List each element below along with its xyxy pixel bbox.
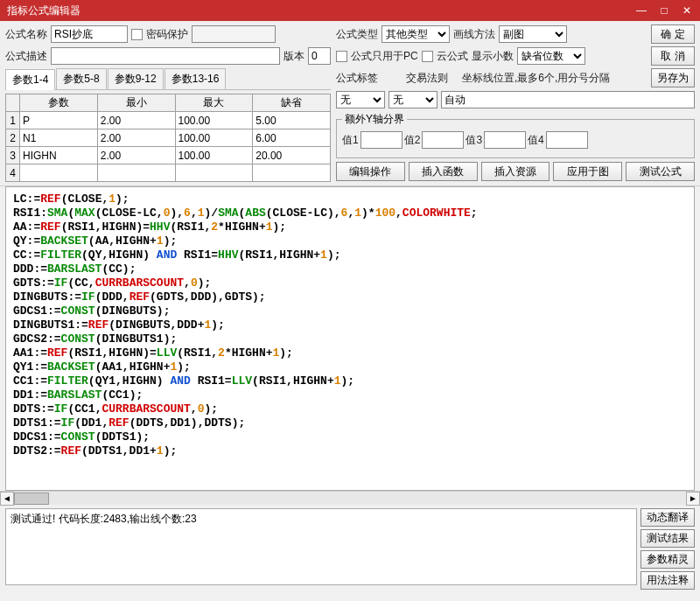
code-content: LC:=REF(CLOSE,1); RSI1:SMA(MAX(CLOSE-LC,…: [6, 187, 694, 464]
param-max-input[interactable]: [176, 147, 253, 164]
tag-select[interactable]: 无: [336, 91, 385, 108]
y3-input[interactable]: [484, 131, 526, 149]
lbl-v4: 值4: [528, 133, 544, 148]
col-def: 缺省: [253, 94, 331, 112]
axis-input[interactable]: [441, 91, 695, 108]
table-row: 3: [6, 147, 331, 164]
status-box: 测试通过! 代码长度:2483,输出线个数:23: [5, 508, 637, 585]
code-editor[interactable]: LC:=REF(CLOSE,1); RSI1:SMA(MAX(CLOSE-LC,…: [5, 186, 695, 491]
param-max-input[interactable]: [176, 129, 253, 146]
y4-input[interactable]: [546, 131, 588, 149]
tab-params-13-16[interactable]: 参数13-16: [164, 68, 227, 89]
param-tabs: 参数1-4 参数5-8 参数9-12 参数13-16: [5, 68, 331, 90]
lbl-draw: 画线方法: [453, 27, 495, 42]
h-scrollbar[interactable]: ◄ ►: [0, 491, 700, 505]
apply-button[interactable]: 应用于图: [553, 162, 622, 181]
saveas-button[interactable]: 另存为: [651, 68, 695, 87]
pwd-checkbox[interactable]: [131, 29, 143, 40]
lbl-v3: 值3: [466, 133, 482, 148]
param-max-input[interactable]: [176, 112, 253, 129]
pconly-checkbox[interactable]: [336, 51, 347, 62]
name-input[interactable]: [51, 25, 128, 43]
close-icon[interactable]: ✕: [676, 1, 698, 20]
scroll-thumb[interactable]: [14, 493, 49, 505]
maximize-icon[interactable]: □: [653, 1, 676, 20]
scroll-left-icon[interactable]: ◄: [0, 492, 14, 506]
lbl-tag: 公式标签: [336, 71, 378, 86]
param-min-input[interactable]: [98, 129, 175, 146]
lbl-axis: 坐标线位置,最多6个,用分号分隔: [462, 71, 610, 86]
insres-button[interactable]: 插入资源: [481, 162, 550, 181]
paramwiz-button[interactable]: 参数精灵: [640, 550, 695, 569]
lbl-pconly: 公式只用于PC: [351, 49, 418, 64]
testres-button[interactable]: 测试结果: [640, 529, 695, 548]
top-form: 公式名称 密码保护 公式描述 版本 参数1-4 参数5-8 参数9-12 参数1…: [0, 21, 700, 186]
param-def-input[interactable]: [253, 112, 330, 129]
col-min: 最小: [97, 94, 175, 112]
param-min-input[interactable]: [98, 164, 175, 181]
cancel-button[interactable]: 取 消: [651, 46, 695, 66]
test-button[interactable]: 测试公式: [626, 162, 695, 181]
param-min-input[interactable]: [98, 112, 175, 129]
lbl-type: 公式类型: [336, 27, 378, 42]
param-name-input[interactable]: [20, 129, 97, 146]
editop-button[interactable]: 编辑操作: [336, 162, 405, 181]
lbl-desc: 公式描述: [5, 49, 47, 64]
tab-params-5-8[interactable]: 参数5-8: [56, 68, 106, 89]
lbl-v2: 值2: [404, 133, 421, 148]
lbl-cloud: 云公式: [437, 49, 468, 64]
table-row: 1: [6, 112, 331, 129]
tab-params-9-12[interactable]: 参数9-12: [108, 68, 164, 89]
cloud-checkbox[interactable]: [422, 51, 433, 62]
ok-button[interactable]: 确 定: [651, 24, 695, 44]
type-select[interactable]: 其他类型: [382, 25, 450, 43]
y2-input[interactable]: [422, 131, 464, 149]
lbl-dec: 显示小数: [472, 49, 514, 64]
lbl-version: 版本: [284, 49, 304, 64]
lbl-pwd: 密码保护: [146, 27, 188, 42]
scroll-right-icon[interactable]: ►: [686, 492, 700, 506]
titlebar: 指标公式编辑器 — □ ✕: [0, 0, 700, 21]
decimals-select[interactable]: 缺省位数: [517, 47, 585, 65]
trade-select[interactable]: 无: [388, 91, 438, 108]
version-input[interactable]: [308, 47, 331, 65]
scroll-track[interactable]: [14, 492, 686, 506]
usage-button[interactable]: 用法注释: [640, 571, 695, 590]
window-title: 指标公式编辑器: [7, 3, 630, 18]
lbl-v1: 值1: [342, 133, 359, 148]
lbl-trade: 交易法则: [406, 71, 448, 86]
col-name: 参数: [20, 94, 98, 112]
param-def-input[interactable]: [253, 147, 330, 164]
param-name-input[interactable]: [20, 147, 97, 164]
param-def-input[interactable]: [253, 164, 330, 181]
param-min-input[interactable]: [98, 147, 175, 164]
y1-input[interactable]: [360, 131, 402, 149]
param-name-input[interactable]: [20, 112, 97, 129]
lbl-name: 公式名称: [5, 27, 47, 42]
table-row: 4: [6, 164, 331, 182]
pwd-input[interactable]: [192, 25, 276, 43]
desc-input[interactable]: [51, 47, 280, 65]
status-text: 测试通过! 代码长度:2483,输出线个数:23: [10, 513, 197, 525]
params-table: 参数 最小 最大 缺省 1 2 3 4: [5, 94, 331, 182]
dyntrans-button[interactable]: 动态翻译: [640, 508, 695, 527]
col-max: 最大: [175, 94, 253, 112]
param-def-input[interactable]: [253, 129, 330, 146]
lbl-yextra: 额外Y轴分界: [342, 112, 407, 127]
param-max-input[interactable]: [176, 164, 253, 181]
minimize-icon[interactable]: —: [630, 1, 653, 20]
tab-params-1-4[interactable]: 参数1-4: [5, 69, 55, 90]
insfunc-button[interactable]: 插入函数: [409, 162, 478, 181]
param-name-input[interactable]: [20, 164, 97, 181]
yextra-group: 额外Y轴分界 值1 值2 值3 值4: [336, 112, 695, 158]
table-row: 2: [6, 129, 331, 147]
draw-select[interactable]: 副图: [499, 25, 567, 43]
